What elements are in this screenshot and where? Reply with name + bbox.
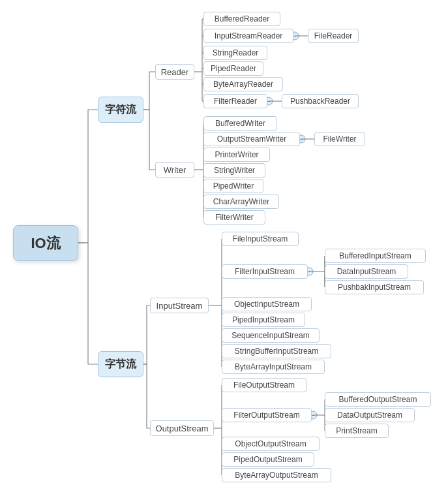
node-bufferedoutputstream: BufferedOutputStream (325, 392, 431, 407)
node-stringbufferinputstream: StringBufferInputStream (222, 344, 331, 358)
level2-inputstream: InputStream (150, 298, 209, 313)
root-node: IO流 (13, 225, 78, 261)
node-pipedinputstream: PipedInputStream (222, 313, 305, 327)
node-bufferedinputstream: BufferedInputStream (325, 249, 426, 263)
node-bytearrayinputstream: ByteArrayInputStream (222, 360, 325, 374)
node-filterwriter: FilterWriter (203, 210, 265, 225)
node-pipedwriter: PipedWriter (203, 179, 263, 193)
node-filterreader: FilterReader (203, 94, 267, 108)
writer-label: Writer (164, 165, 186, 175)
root-label: IO流 (31, 234, 60, 253)
bytestream-label: 字节流 (105, 358, 136, 371)
level1-bytestream: 字节流 (98, 351, 143, 377)
outputstream-label: OutputStream (156, 424, 209, 433)
node-chararraywriter: CharArrayWriter (203, 195, 279, 209)
node-pipedoutputstream: PipedOutputStream (222, 452, 314, 467)
node-filewriter: FileWriter (314, 132, 365, 146)
node-bytearrayoutputstream: ByteArrayOutputStream (222, 468, 331, 482)
reader-label: Reader (161, 67, 189, 77)
level2-outputstream: OutputStream (150, 420, 214, 436)
charstream-label: 字符流 (105, 103, 136, 117)
level2-reader: Reader (155, 64, 194, 80)
node-bufferedwriter: BufferedWriter (203, 116, 277, 131)
node-outputstreamwriter: OutputStreamWriter (203, 132, 300, 146)
node-stringwriter: StringWriter (203, 163, 265, 178)
node-fileinputstream: FileInputStream (222, 232, 299, 246)
node-dataoutputstream: DataOutputStream (325, 408, 415, 422)
node-fileoutputstream: FileOutputStream (222, 378, 306, 392)
node-inputstreamreader: InputStreamReader (203, 29, 293, 43)
node-pipedreader: PipedReader (203, 61, 263, 76)
node-filereader: FileReader (308, 29, 359, 43)
node-pushbackreader: PushbackReader (282, 94, 359, 108)
node-datainputstream: DataInputStream (325, 264, 408, 279)
level2-writer: Writer (155, 162, 194, 178)
inputstream-label: InputStream (157, 301, 203, 311)
node-pushbakinputstream: PushbakInputStream (325, 280, 424, 294)
mindmap: −−−−− IO流 字符流 Reader BufferedReader Inpu… (0, 0, 448, 498)
node-filterinputstream: FilterInputStream (222, 264, 308, 279)
node-sequenceinputstream: SequenceInputStream (222, 328, 320, 343)
node-objectinputstream: ObjectInputStream (222, 297, 312, 311)
node-filteroutputstream: FilterOutputStream (222, 408, 312, 422)
node-objectoutputstream: ObjectOutputStream (222, 437, 320, 451)
level1-charstream: 字符流 (98, 97, 143, 123)
node-printstream: PrintStream (325, 424, 389, 438)
node-bufferedreader: BufferedReader (203, 12, 280, 26)
node-printerwriter: PrinterWriter (203, 148, 270, 162)
node-bytearrayreader: ByteArrayReader (203, 77, 283, 91)
node-stringreader: StringReader (203, 46, 267, 60)
